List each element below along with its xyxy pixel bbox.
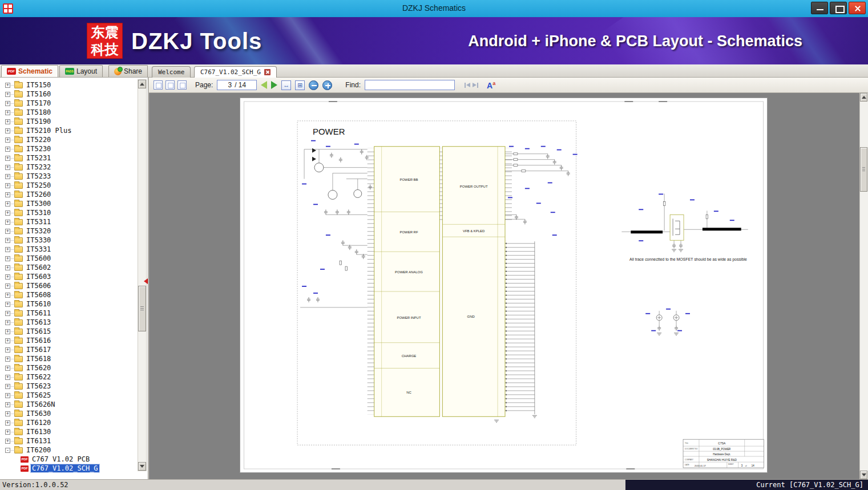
- tree-item-document[interactable]: PDFC767_V1.02_SCH_G: [0, 464, 136, 473]
- expand-icon[interactable]: +: [5, 192, 10, 197]
- tree-item-folder[interactable]: +IT5210 Plus: [0, 126, 136, 135]
- expand-icon[interactable]: +: [5, 347, 10, 353]
- expand-icon[interactable]: +: [5, 320, 10, 325]
- expand-icon[interactable]: +: [5, 101, 10, 106]
- tree-item-folder[interactable]: +IT5180: [0, 108, 136, 117]
- scroll-up-icon[interactable]: [860, 93, 867, 102]
- vertical-scrollbar[interactable]: [859, 93, 868, 479]
- tree-item-folder[interactable]: +IT5608: [0, 290, 136, 299]
- zoom-out-icon[interactable]: [309, 80, 318, 90]
- tree-item-folder[interactable]: +IT5220: [0, 135, 136, 144]
- expand-icon[interactable]: +: [5, 284, 10, 289]
- tree-scrollbar[interactable]: [138, 79, 147, 471]
- expand-icon[interactable]: +: [5, 265, 10, 270]
- tree-item-folder[interactable]: +IT5603: [0, 272, 136, 281]
- tree-item-folder[interactable]: +IT5622: [0, 372, 136, 382]
- tree-item-folder[interactable]: +IT5602: [0, 263, 136, 272]
- find-next-icon[interactable]: [473, 83, 478, 88]
- tab-share[interactable]: Share: [108, 65, 148, 77]
- tree-item-folder[interactable]: +IT5623: [0, 382, 136, 391]
- expand-icon[interactable]: +: [5, 329, 10, 334]
- tree-item-folder[interactable]: +IT5300: [0, 199, 136, 208]
- tree-item-folder[interactable]: +IT5606: [0, 281, 136, 290]
- expand-icon[interactable]: +: [5, 393, 10, 398]
- expand-icon[interactable]: +: [5, 183, 10, 188]
- tree-item-folder[interactable]: +IT5613: [0, 318, 136, 327]
- expand-icon[interactable]: +: [5, 229, 10, 234]
- tree-item-folder[interactable]: +IT5615: [0, 327, 136, 336]
- expand-icon[interactable]: +: [5, 174, 10, 179]
- tab-close-icon[interactable]: [264, 69, 271, 75]
- tab-layout[interactable]: PADS Layout: [59, 65, 103, 77]
- expand-icon[interactable]: +: [5, 201, 10, 206]
- tree-item-folder[interactable]: +IT5600: [0, 254, 136, 263]
- scroll-down-icon[interactable]: [138, 462, 146, 471]
- tree-item-folder[interactable]: +IT5616: [0, 336, 136, 345]
- expand-icon[interactable]: +: [5, 238, 10, 243]
- tree-item-folder[interactable]: -IT6200: [0, 446, 136, 455]
- tree-item-folder[interactable]: +IT5233: [0, 172, 136, 181]
- expand-icon[interactable]: +: [5, 375, 10, 380]
- expand-icon[interactable]: +: [5, 147, 10, 152]
- doc-tab-current[interactable]: C767_V1.02_SCH_G: [194, 66, 277, 78]
- expand-icon[interactable]: +: [5, 411, 10, 416]
- tree-item-folder[interactable]: +IT5232: [0, 163, 136, 172]
- expand-icon[interactable]: +: [5, 256, 10, 261]
- tree-item-document[interactable]: PDFC767 V1.02 PCB: [0, 455, 136, 464]
- expand-icon[interactable]: +: [5, 274, 10, 280]
- schematic-page[interactable]: POWER POWER BB POWER RF POWER ANALOG P: [240, 98, 768, 473]
- tree-item-folder[interactable]: +IT5190: [0, 117, 136, 126]
- tree-item-folder[interactable]: +IT5618: [0, 354, 136, 363]
- copy-page-icon[interactable]: [165, 80, 175, 90]
- expand-icon[interactable]: +: [5, 439, 10, 444]
- expand-icon[interactable]: +: [5, 311, 10, 316]
- expand-icon[interactable]: +: [5, 156, 10, 161]
- maximize-button[interactable]: [830, 2, 847, 14]
- expand-icon[interactable]: +: [5, 92, 10, 97]
- schematic-viewport[interactable]: POWER POWER BB POWER RF POWER ANALOG P: [149, 93, 859, 479]
- expand-icon[interactable]: +: [5, 220, 10, 225]
- tree-item-folder[interactable]: +IT5160: [0, 90, 136, 99]
- scrollbar-thumb[interactable]: [860, 147, 867, 192]
- expand-icon[interactable]: +: [5, 302, 10, 307]
- tree-scrollbar-thumb[interactable]: [138, 286, 146, 331]
- tree-item-folder[interactable]: +IT5617: [0, 345, 136, 354]
- minimize-button[interactable]: [811, 2, 828, 14]
- expand-icon[interactable]: +: [5, 384, 10, 389]
- zoom-in-icon[interactable]: [322, 80, 332, 90]
- tree-item-folder[interactable]: +IT5230: [0, 144, 136, 153]
- expand-icon[interactable]: +: [5, 366, 10, 371]
- close-button[interactable]: [849, 2, 866, 14]
- tree-item-folder[interactable]: +IT6130: [0, 427, 136, 436]
- expand-icon[interactable]: +: [5, 210, 10, 216]
- export-page-icon[interactable]: [177, 80, 187, 90]
- tree-item-folder[interactable]: +IT5330: [0, 236, 136, 245]
- expand-icon[interactable]: +: [5, 293, 10, 298]
- expand-icon[interactable]: +: [5, 357, 10, 362]
- tree-item-folder[interactable]: +IT5626N: [0, 400, 136, 409]
- tree-item-folder[interactable]: +IT5250: [0, 181, 136, 190]
- document-label[interactable]: C767 V1.02 PCB: [31, 455, 91, 463]
- previous-page-icon[interactable]: [261, 81, 267, 89]
- tree-item-folder[interactable]: +IT5610: [0, 299, 136, 309]
- tree-item-folder[interactable]: +IT5260: [0, 190, 136, 199]
- fit-width-icon[interactable]: ↔: [281, 80, 291, 90]
- tree-item-folder[interactable]: +IT6131: [0, 436, 136, 446]
- next-page-icon[interactable]: [271, 81, 277, 89]
- expand-icon[interactable]: +: [5, 165, 10, 170]
- doc-tab-welcome[interactable]: Welcome: [152, 66, 191, 78]
- expand-icon[interactable]: +: [5, 430, 10, 435]
- tree-item-folder[interactable]: +IT5320: [0, 226, 136, 236]
- expand-icon[interactable]: +: [5, 247, 10, 252]
- tree-item-folder[interactable]: +IT5331: [0, 245, 136, 254]
- expand-icon[interactable]: +: [5, 338, 10, 343]
- tree-item-folder[interactable]: +IT5620: [0, 363, 136, 372]
- tab-schematic[interactable]: PDF Schematic: [1, 65, 58, 77]
- tree-item-folder[interactable]: +IT5231: [0, 153, 136, 163]
- find-input[interactable]: [365, 80, 455, 90]
- expand-icon[interactable]: +: [5, 128, 10, 133]
- tree-item-folder[interactable]: +IT5310: [0, 208, 136, 217]
- document-label[interactable]: C767_V1.02_SCH_G: [31, 464, 99, 472]
- page-thumbnail-icon[interactable]: [154, 80, 163, 90]
- fit-page-icon[interactable]: ⊞: [295, 80, 305, 90]
